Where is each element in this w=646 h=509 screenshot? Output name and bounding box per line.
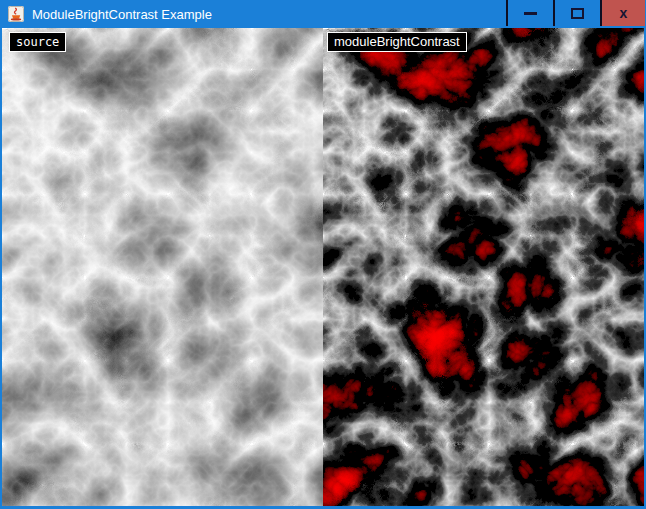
processed-panel: moduleBrightContrast	[323, 28, 644, 506]
source-label: source	[9, 32, 66, 52]
app-window: ModuleBrightContrast Example x	[0, 0, 646, 509]
source-image	[2, 28, 323, 506]
maximize-icon	[571, 8, 584, 19]
window-controls: x	[506, 0, 645, 26]
close-button[interactable]: x	[600, 0, 645, 26]
content-area: source moduleBrigh	[2, 28, 644, 506]
titlebar[interactable]: ModuleBrightContrast Example x	[0, 0, 646, 28]
processed-label: moduleBrightContrast	[327, 32, 467, 52]
java-coffee-cup-icon	[8, 6, 24, 22]
maximize-button[interactable]	[553, 0, 600, 26]
source-panel: source	[2, 28, 323, 506]
processed-image	[323, 28, 644, 506]
close-icon: x	[620, 6, 628, 20]
minimize-icon	[524, 12, 537, 15]
minimize-button[interactable]	[506, 0, 553, 26]
